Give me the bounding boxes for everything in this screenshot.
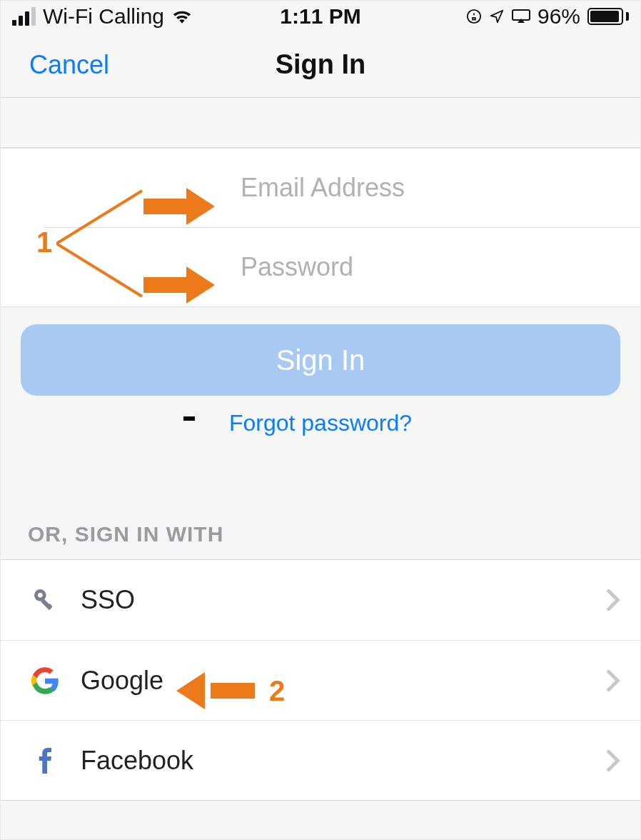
provider-label: Facebook: [62, 746, 193, 776]
svg-point-3: [38, 593, 43, 598]
annotation-connector: [56, 184, 149, 305]
nav-bar: Cancel Sign In: [1, 32, 640, 98]
chevron-right-icon: [606, 589, 620, 611]
provider-google[interactable]: Google: [1, 640, 640, 720]
annotation-arrow-google: [176, 672, 255, 708]
signin-button-wrap: Sign In: [1, 307, 640, 400]
page-title: Sign In: [1, 49, 640, 80]
annotation-number-1: 1: [36, 226, 52, 259]
status-bar: Wi-Fi Calling 1:11 PM 96%: [1, 1, 640, 32]
small-mark: [183, 416, 195, 421]
forgot-password-link[interactable]: Forgot password?: [1, 400, 640, 465]
key-icon: [28, 583, 62, 617]
provider-label: SSO: [62, 585, 135, 615]
annotation-arrow-email: [143, 188, 222, 224]
provider-facebook[interactable]: Facebook: [1, 720, 640, 800]
annotation-arrow-password: [143, 266, 222, 302]
google-icon: [28, 664, 62, 698]
provider-label: Google: [62, 666, 163, 696]
provider-list: SSO Google Facebook: [1, 559, 640, 801]
chevron-right-icon: [606, 749, 620, 772]
or-signin-with-header: OR, SIGN IN WITH: [1, 465, 640, 559]
signin-screen: Wi-Fi Calling 1:11 PM 96% Cancel Sign In: [0, 0, 641, 840]
annotation-number-2: 2: [269, 675, 285, 707]
status-time: 1:11 PM: [1, 4, 640, 29]
facebook-icon: [28, 744, 62, 778]
chevron-right-icon: [606, 669, 620, 692]
header-gap: [1, 98, 640, 148]
provider-sso[interactable]: SSO: [1, 560, 640, 640]
signin-button[interactable]: Sign In: [21, 324, 620, 396]
battery-icon: [587, 8, 629, 25]
